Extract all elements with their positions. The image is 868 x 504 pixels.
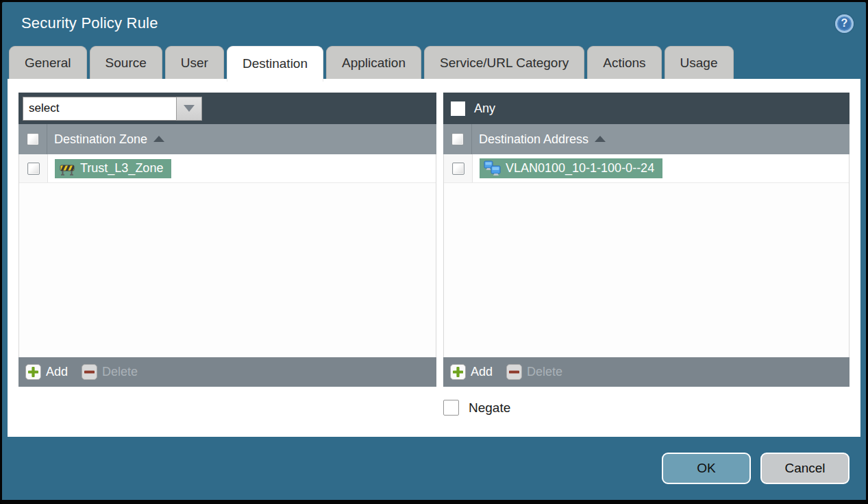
zone-add-label: Add <box>46 365 68 379</box>
zone-rows-area: Trust_L3_Zone <box>18 154 436 357</box>
delete-minus-icon <box>506 364 522 380</box>
network-computers-icon <box>484 160 501 176</box>
zone-panel-toolbar <box>18 93 436 124</box>
chevron-down-icon <box>184 105 195 112</box>
zone-panel-footer: Add Delete <box>18 357 436 387</box>
table-row: VLAN0100_10-1-100-0--24 <box>444 154 849 183</box>
destination-zone-panel: Destination Zone <box>18 93 436 387</box>
destination-address-panel: Any Destination Address <box>443 93 850 387</box>
negate-row: Negate <box>443 400 850 416</box>
tab-actions[interactable]: Actions <box>587 46 661 79</box>
address-item-label: VLAN0100_10-1-100-0--24 <box>506 161 654 176</box>
tab-usage[interactable]: Usage <box>665 46 734 79</box>
zone-select-combo <box>23 97 202 121</box>
sort-ascending-icon[interactable] <box>595 136 606 142</box>
help-icon[interactable]: ? <box>835 14 854 33</box>
address-row-checkbox[interactable] <box>452 163 464 175</box>
address-add-label: Add <box>471 365 493 379</box>
zone-row-checkbox[interactable] <box>27 163 40 175</box>
zone-delete-label: Delete <box>102 365 138 379</box>
address-select-all-cell <box>443 124 472 154</box>
sort-ascending-icon[interactable] <box>153 136 164 142</box>
tab-application[interactable]: Application <box>326 46 421 79</box>
add-plus-icon <box>450 364 466 380</box>
zone-item-label: Trust_L3_Zone <box>80 161 163 176</box>
security-policy-rule-dialog: Security Policy Rule ? General Source Us… <box>0 0 868 504</box>
any-checkbox[interactable] <box>451 101 465 116</box>
address-delete-button[interactable]: Delete <box>506 364 562 380</box>
cancel-button[interactable]: Cancel <box>760 453 850 484</box>
zone-select-input[interactable] <box>23 97 176 121</box>
dialog-footer: OK Cancel <box>2 437 866 500</box>
add-plus-icon <box>25 364 41 380</box>
address-panel-footer: Add Delete <box>443 357 850 387</box>
address-add-button[interactable]: Add <box>450 364 493 380</box>
address-column-label[interactable]: Destination Address <box>479 132 588 147</box>
address-column-header: Destination Address <box>443 124 850 154</box>
address-item-vlan0100[interactable]: VLAN0100_10-1-100-0--24 <box>480 158 662 178</box>
negate-label: Negate <box>469 400 510 416</box>
tab-general[interactable]: General <box>9 46 87 79</box>
zone-row-checkbox-cell <box>19 154 48 182</box>
destination-tab-content: Destination Zone <box>8 79 860 437</box>
delete-minus-icon <box>82 364 97 380</box>
tab-user[interactable]: User <box>165 46 224 79</box>
table-row: Trust_L3_Zone <box>19 154 436 183</box>
zone-column-header: Destination Zone <box>18 124 436 154</box>
address-row-checkbox-cell <box>444 154 473 182</box>
zone-delete-button[interactable]: Delete <box>82 364 138 380</box>
dialog-title: Security Policy Rule <box>21 14 158 32</box>
zone-select-all-cell <box>18 124 47 154</box>
tab-source[interactable]: Source <box>90 46 162 79</box>
tab-destination[interactable]: Destination <box>227 46 323 82</box>
address-delete-label: Delete <box>527 365 562 379</box>
titlebar: Security Policy Rule ? <box>2 2 866 45</box>
zone-select-dropdown-button[interactable] <box>176 97 202 121</box>
tab-service-url-category[interactable]: Service/URL Category <box>424 46 584 79</box>
zone-column-label[interactable]: Destination Zone <box>54 132 147 147</box>
any-label: Any <box>474 101 495 116</box>
zone-select-all-checkbox[interactable] <box>27 133 39 145</box>
tab-bar: General Source User Destination Applicat… <box>2 45 866 79</box>
ok-button[interactable]: OK <box>662 453 751 484</box>
address-panel-toolbar: Any <box>443 93 850 124</box>
zone-icon <box>59 161 75 176</box>
negate-checkbox[interactable] <box>443 400 459 416</box>
address-rows-area: VLAN0100_10-1-100-0--24 <box>443 154 850 357</box>
zone-add-button[interactable]: Add <box>25 364 68 380</box>
address-select-all-checkbox[interactable] <box>451 133 464 145</box>
zone-item-trust-l3-zone[interactable]: Trust_L3_Zone <box>55 159 171 178</box>
